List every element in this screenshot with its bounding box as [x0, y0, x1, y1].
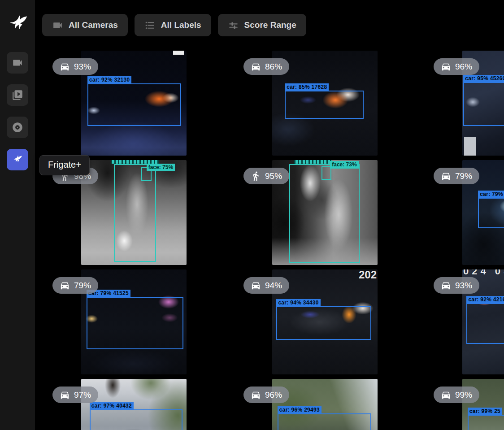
- score-badge: 93%: [434, 277, 479, 294]
- bbox-label: car: 95% 45260: [463, 75, 504, 83]
- score-badge: 79%: [52, 277, 98, 294]
- score-value: 93%: [455, 281, 472, 291]
- bbox-label: car: 97% 40432: [90, 402, 134, 410]
- score-value: 95%: [265, 171, 282, 181]
- score-badge: 96%: [243, 387, 289, 403]
- face-label: face: 75%: [147, 164, 175, 171]
- score-value: 97%: [74, 390, 91, 400]
- camera-snapshot: car: 96% 29493: [272, 379, 378, 430]
- frigate-plus-tooltip: Frigate+: [39, 155, 90, 175]
- car-icon: [251, 61, 261, 72]
- tooltip-label: Frigate+: [48, 160, 81, 169]
- score-value: 96%: [455, 62, 472, 72]
- detection-bbox: car: 79% 41525: [87, 297, 183, 349]
- detection-bbox: car: 95% 45260: [463, 82, 504, 126]
- detection-card[interactable]: 202 car: 94% 34430 94%: [238, 269, 428, 374]
- score-value: 93%: [74, 62, 91, 72]
- car-icon: [60, 61, 70, 72]
- detection-card[interactable]: car: 79% 79%: [428, 160, 504, 265]
- detection-card[interactable]: car: 79% 41525 79%: [47, 269, 237, 374]
- detection-bbox: car: 92% 4216: [466, 303, 504, 344]
- sidebar: [0, 0, 35, 430]
- bbox-label: car: 94% 34430: [276, 299, 320, 307]
- video-library-icon: [12, 89, 23, 101]
- car-icon: [251, 280, 261, 291]
- frigate-bird-logo-icon: [7, 13, 30, 35]
- camera-icon: [12, 57, 23, 69]
- detection-card[interactable]: face: 73% 95%: [238, 160, 428, 265]
- walking-person-icon: [251, 171, 261, 181]
- cut-label-strip: [294, 160, 332, 164]
- timestamp-overlay: 024 03 0: [463, 269, 504, 277]
- score-range-button[interactable]: Score Range: [218, 14, 306, 36]
- detection-bbox: car: 79%: [478, 198, 504, 228]
- car-icon: [441, 390, 451, 400]
- detection-card[interactable]: car: 95% 45260 96%: [428, 51, 504, 156]
- all-labels-label: All Labels: [161, 20, 201, 30]
- score-value: 94%: [265, 281, 282, 291]
- car-icon: [441, 171, 451, 181]
- detection-card[interactable]: car: 99% 25 99%: [428, 379, 504, 430]
- score-value: 86%: [265, 62, 282, 72]
- score-value: 79%: [455, 171, 472, 181]
- frigate-bird-icon: [12, 154, 23, 165]
- detection-bbox: car: 99% 25: [468, 415, 504, 430]
- sidebar-item-export[interactable]: [7, 117, 28, 138]
- all-cameras-label: All Cameras: [69, 20, 118, 30]
- detection-bbox: car: 94% 34430: [276, 306, 371, 340]
- frigate-logo: [7, 13, 30, 35]
- bbox-label: car: 99% 25: [468, 408, 502, 415]
- score-value: 96%: [265, 390, 282, 400]
- filter-bar: All Cameras All Labels Score Range: [42, 14, 306, 36]
- detection-card[interactable]: face: 75% 98%: [47, 160, 237, 265]
- score-badge: 94%: [243, 277, 289, 294]
- score-badge: 95%: [243, 168, 289, 184]
- list-icon: [144, 20, 156, 31]
- sidebar-item-review[interactable]: [7, 84, 28, 106]
- score-badge: 99%: [434, 387, 479, 403]
- bbox-label: car: 92% 4216: [466, 296, 504, 304]
- detection-bbox: car: 92% 32130: [87, 83, 181, 126]
- bbox-label: car: 96% 29493: [278, 406, 322, 414]
- car-icon: [60, 390, 70, 400]
- detection-bbox: car: 96% 29493: [278, 413, 371, 430]
- detection-card[interactable]: car: 85% 17628 86%: [238, 51, 428, 156]
- disc-icon: [12, 122, 23, 133]
- car-icon: [251, 390, 261, 400]
- detection-bbox: car: 85% 17628: [285, 91, 364, 119]
- timestamp-overlay: 202: [359, 269, 377, 281]
- bbox-label: car: 79%: [478, 191, 504, 198]
- sidebar-item-live[interactable]: [7, 52, 28, 74]
- all-cameras-button[interactable]: All Cameras: [42, 14, 128, 36]
- score-badge: 97%: [52, 387, 98, 403]
- car-icon: [441, 280, 451, 291]
- score-badge: 93%: [52, 58, 98, 75]
- detection-card[interactable]: car: 97% 40432 97%: [47, 379, 237, 430]
- camera-snapshot: car: 97% 40432: [81, 379, 187, 430]
- all-labels-button[interactable]: All Labels: [135, 14, 211, 36]
- car-icon: [60, 280, 70, 291]
- sliders-icon: [228, 20, 239, 31]
- face-label: face: 73%: [330, 161, 358, 169]
- score-value: 79%: [74, 281, 91, 291]
- score-value: 99%: [455, 390, 472, 400]
- detection-card[interactable]: 024 03 0 car: 92% 4216 93%: [428, 269, 504, 374]
- camera-icon: [52, 20, 63, 31]
- detection-card[interactable]: car: 96% 29493 96%: [238, 379, 428, 430]
- sidebar-item-frigate-plus[interactable]: [7, 149, 28, 170]
- cut-label-strip: [111, 160, 159, 164]
- score-range-label: Score Range: [244, 20, 296, 30]
- bbox-label: car: 92% 32130: [87, 76, 131, 84]
- score-badge: 96%: [434, 58, 479, 75]
- detection-card[interactable]: car: 92% 32130 93%: [47, 51, 237, 156]
- score-badge: 86%: [243, 58, 289, 75]
- score-badge: 79%: [434, 168, 479, 184]
- bbox-label: car: 85% 17628: [285, 83, 329, 91]
- detection-bbox: car: 97% 40432: [90, 409, 182, 430]
- car-icon: [441, 61, 451, 72]
